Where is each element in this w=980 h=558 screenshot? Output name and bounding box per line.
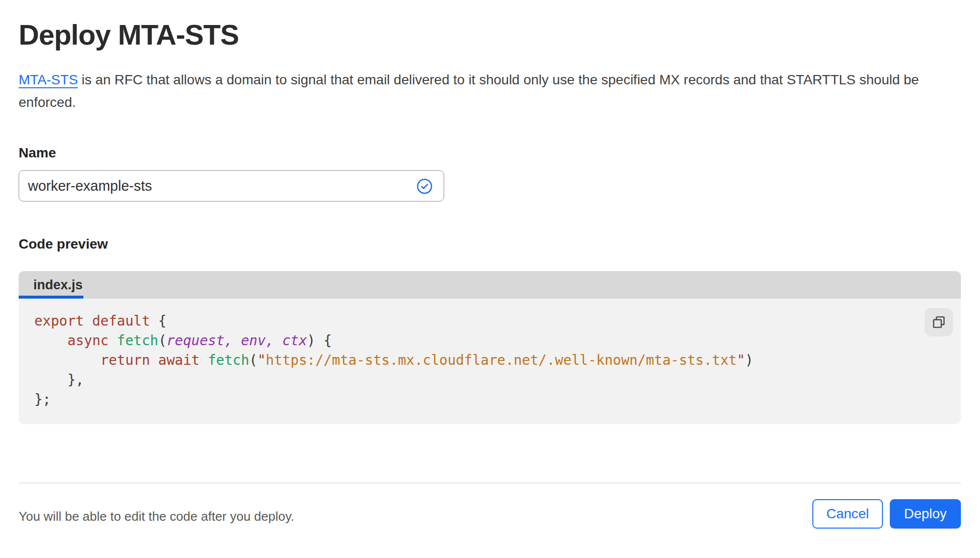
code-line: export default { xyxy=(34,311,917,331)
mta-sts-link[interactable]: MTA-STS xyxy=(19,72,78,87)
page-title: Deploy MTA-STS xyxy=(19,21,239,49)
code-line: return await fetch("https://mta-sts.mx.c… xyxy=(34,351,917,370)
code-line: async fetch(request, env, ctx) { xyxy=(34,331,917,351)
deploy-mta-sts-page: { "page": { "title": "Deploy MTA-STS", "… xyxy=(0,0,980,558)
name-input-wrap xyxy=(19,170,444,202)
cancel-button[interactable]: Cancel xyxy=(812,499,883,529)
code-content: export default { async fetch(request, en… xyxy=(19,299,961,409)
copy-icon xyxy=(930,314,947,330)
footer-divider xyxy=(19,482,961,483)
code-tabbar: index.js xyxy=(19,271,961,299)
code-line: }; xyxy=(34,390,917,409)
description-text: MTA-STS is an RFC that allows a domain t… xyxy=(19,69,940,114)
deploy-button[interactable]: Deploy xyxy=(890,499,961,529)
description-rest: is an RFC that allows a domain to signal… xyxy=(19,72,919,110)
tab-label: index.js xyxy=(33,278,83,293)
code-editor: export default { async fetch(request, en… xyxy=(19,299,961,424)
footer-note: You will be able to edit the code after … xyxy=(19,509,294,524)
code-preview-label: Code preview xyxy=(19,236,108,252)
code-line: }, xyxy=(34,370,917,390)
name-input[interactable] xyxy=(19,171,444,201)
copy-code-button[interactable] xyxy=(925,308,953,336)
tab-index-js[interactable]: index.js xyxy=(19,271,98,299)
code-preview-card: index.js export default { async fetch(re… xyxy=(19,271,961,424)
name-label: Name xyxy=(19,145,56,161)
